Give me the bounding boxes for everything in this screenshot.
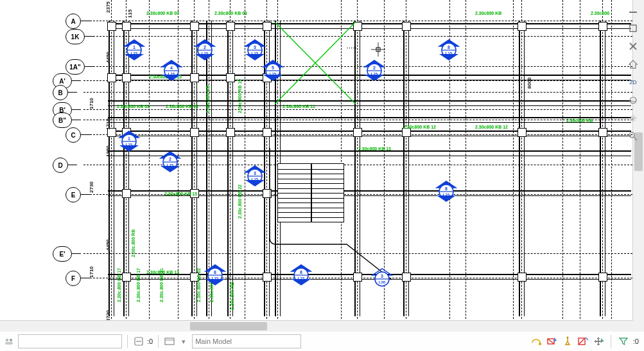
stair — [277, 163, 344, 222]
svg-text:2: 2 — [169, 157, 171, 161]
window-min-icon[interactable] — [625, 3, 641, 18]
svg-text:3: 3 — [254, 171, 256, 176]
column — [263, 128, 272, 137]
select-links-icon[interactable] — [531, 336, 543, 347]
dimension-text: 1710 — [105, 118, 111, 130]
select-pinned-icon[interactable] — [562, 336, 573, 347]
svg-rect-62 — [630, 25, 636, 32]
svg-text:3: 3 — [381, 274, 383, 278]
cursor-crosshair — [371, 42, 385, 59]
column — [353, 128, 362, 137]
design-options-dropdown-icon[interactable]: ▾ — [178, 336, 189, 347]
svg-text:2: 2 — [204, 45, 206, 50]
status-bar: :0 ▾ Main Model :0 — [0, 331, 644, 351]
worksharing-icon[interactable] — [4, 336, 15, 347]
column — [122, 22, 131, 31]
pan-icon[interactable] — [625, 111, 641, 126]
drawing-canvas[interactable]: A1K1A"A'BB'B"CDEE'F237544501710171018502… — [0, 0, 644, 332]
grid-line — [466, 0, 466, 332]
beam — [108, 23, 631, 29]
column — [598, 22, 607, 31]
column — [402, 128, 411, 137]
column — [598, 128, 607, 137]
grid-line — [580, 0, 580, 332]
section-callout: 5 L15 — [261, 58, 285, 80]
horizontal-scrollbar[interactable] — [0, 320, 633, 332]
section-callout: 2 L15 — [193, 37, 217, 59]
svg-line-77 — [548, 339, 554, 344]
beam-annotation: 2.30c800 KB 12 — [403, 125, 436, 129]
column — [226, 22, 235, 31]
svg-rect-61 — [629, 12, 637, 13]
beam-annotation: 2.30c.800 RB — [205, 86, 210, 113]
section-callout: 4 L15 — [159, 58, 184, 80]
svg-text:5: 5 — [272, 66, 274, 70]
grid-bubble: A — [65, 14, 81, 29]
grid-line — [562, 0, 563, 332]
window-max-icon[interactable] — [625, 21, 641, 36]
section-callout: 3 L15 — [243, 163, 267, 185]
beam-annotation: 2.30c.800 RB 17 — [117, 268, 121, 302]
column — [107, 73, 116, 82]
zoom-icon[interactable] — [625, 129, 641, 144]
beam-annotation: 2.30c.800 RB 21 — [159, 268, 164, 302]
grid-line — [611, 0, 612, 332]
select-face-icon[interactable] — [577, 336, 589, 347]
beam-annotation: 2.30c.800 RB 22 — [238, 184, 242, 219]
section-callout: 8 L15 — [289, 262, 313, 284]
beam-annotation: 2.30c.800 RB 22 — [196, 268, 201, 302]
window-close-icon[interactable] — [625, 39, 641, 54]
svg-text:4: 4 — [170, 66, 173, 70]
beam-annotation: 2.30c800 KB — [566, 118, 593, 123]
grid-bubble: D — [53, 158, 68, 173]
section-callout: 8 L15 — [434, 179, 458, 201]
beam-annotation: 2.30c800 — [591, 11, 609, 15]
grid-line — [149, 0, 150, 332]
beam-annotation: 2.30c800 KB 03 — [214, 11, 247, 15]
column — [598, 273, 607, 282]
column — [122, 73, 131, 82]
grid-bubble: F — [65, 271, 81, 286]
section-callout: 3 L20 — [370, 266, 394, 288]
section-callout: 3 L15 — [243, 37, 267, 59]
column — [263, 22, 272, 31]
svg-rect-70 — [5, 342, 13, 345]
column — [226, 73, 235, 82]
design-options-icon[interactable] — [164, 336, 175, 347]
svg-text:8: 8 — [214, 270, 216, 274]
section-callout: 2 L15 — [362, 58, 387, 80]
home-icon[interactable] — [625, 57, 641, 72]
grid-bubble: E' — [53, 246, 72, 262]
beam-annotation: 2.30c.800 RB — [230, 282, 234, 310]
main-model-combo[interactable]: Main Model — [192, 334, 301, 348]
cursor-label: ····· — [347, 45, 357, 51]
section-callout: 1 L15 — [122, 37, 146, 59]
svg-text:3: 3 — [254, 45, 256, 50]
worksets-combo[interactable] — [18, 334, 122, 348]
svg-point-78 — [566, 337, 568, 339]
two-d-toggle[interactable]: 2D — [625, 75, 641, 90]
orbit-icon[interactable] — [625, 93, 641, 108]
select-underlay-icon[interactable] — [546, 336, 558, 347]
svg-text:1: 1 — [128, 136, 130, 141]
column — [518, 128, 527, 137]
beam-annotation: 2.30c.800 RB — [131, 230, 135, 257]
beam-annotation: 2.30c800 KB 03 — [146, 11, 179, 15]
filter-icon[interactable] — [618, 336, 629, 347]
svg-text:2: 2 — [373, 66, 376, 70]
beam-annotation: 2.30c800 KB 11 — [283, 104, 315, 109]
beam-annotation: 2.30c800 KB 12 — [475, 125, 508, 129]
column — [518, 22, 527, 31]
grid-bubble: C — [65, 127, 81, 143]
grid-bubble: 1A" — [65, 59, 85, 75]
column — [190, 128, 199, 137]
grid-bubble: B — [53, 85, 68, 100]
column — [122, 273, 131, 282]
dimension-text: 1710 — [89, 266, 94, 278]
filter-count: :0 — [633, 338, 639, 345]
beam-annotation: 2.30c.800 RB 19 — [238, 79, 242, 113]
editable-only-icon[interactable] — [133, 336, 144, 347]
dimension-text: 1710 — [89, 98, 94, 109]
drag-elements-icon[interactable] — [593, 336, 604, 347]
beam — [519, 21, 525, 316]
